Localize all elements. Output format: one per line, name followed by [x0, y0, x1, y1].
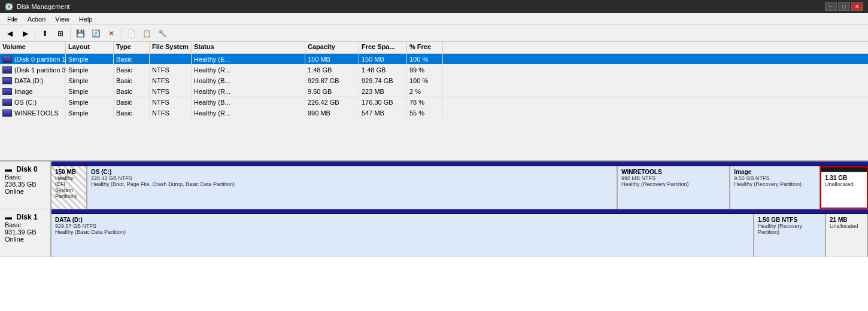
- unalloc-header: [821, 167, 867, 172]
- disk1-type: Basic: [5, 221, 45, 228]
- toolbar: ◀ ▶ ⬆ ⊞ 💾 🔄 ✕ 📄 📋 🔧: [0, 25, 868, 42]
- col-header-pct: % Free: [407, 42, 443, 53]
- toolbar-sep-3: [121, 28, 122, 39]
- disk0-part-image[interactable]: Image 9.50 GB NTFS Healthy (Recovery Par…: [730, 166, 820, 209]
- save-button[interactable]: 💾: [73, 27, 87, 40]
- disk0-partitions-row: 150 MB Healthy (EFI System Partition) OS…: [51, 166, 868, 209]
- cell-layout: Simple: [66, 54, 114, 64]
- back-button[interactable]: ◀: [2, 27, 17, 40]
- toolbar-sep-2: [70, 28, 71, 39]
- disk0-bar-header: [51, 161, 868, 166]
- disk1-partitions-row: DATA (D:) 929.87 GB NTFS Healthy (Basic …: [51, 214, 868, 257]
- table-row[interactable]: (Disk 1 partition 3) Simple Basic NTFS H…: [0, 65, 868, 75]
- help-button[interactable]: 📄: [124, 27, 138, 40]
- title-bar: 💽 Disk Management ─ □ ✕: [0, 0, 868, 13]
- disk0-row: ▬ Disk 0 Basic 238.35 GB Online 150 MB H…: [0, 161, 868, 209]
- maximize-button[interactable]: □: [838, 2, 850, 11]
- disk0-title: ▬ Disk 0: [5, 165, 45, 173]
- refresh-button[interactable]: 🔄: [89, 27, 103, 40]
- volume-icon: [2, 109, 12, 117]
- delete-button[interactable]: ✕: [104, 27, 119, 40]
- disk0-label: ▬ Disk 0 Basic 238.35 GB Online: [0, 161, 51, 209]
- disk0-part-winretools[interactable]: WINRETOOLS 990 MB NTFS Healthy (Recovery…: [618, 166, 730, 209]
- close-button[interactable]: ✕: [851, 2, 863, 11]
- forward-button[interactable]: ▶: [18, 27, 32, 40]
- minimize-button[interactable]: ─: [825, 2, 837, 11]
- col-header-capacity: Capacity: [305, 42, 359, 53]
- title-text: Disk Management: [17, 3, 70, 10]
- cell-volume: DATA (D:): [0, 75, 66, 86]
- table-header: Volume Layout Type File System Status Ca…: [0, 42, 868, 54]
- menu-action[interactable]: Action: [23, 14, 51, 24]
- disk1-bar-header: [51, 209, 868, 214]
- menu-view[interactable]: View: [50, 14, 74, 24]
- cell-volume: OS (C:): [0, 97, 66, 107]
- disk1-title: ▬ Disk 1: [5, 213, 45, 221]
- disk1-size: 931.39 GB: [5, 228, 45, 236]
- col-header-layout: Layout: [66, 42, 114, 53]
- cell-volume: (Disk 1 partition 3): [0, 65, 66, 75]
- disk1-label: ▬ Disk 1 Basic 931.39 GB Online: [0, 209, 51, 257]
- cell-volume: Image: [0, 86, 66, 96]
- col-header-free: Free Spa...: [359, 42, 407, 53]
- disk0-size: 238.35 GB: [5, 181, 45, 188]
- cell-pct: 100 %: [407, 54, 443, 64]
- volume-table: Volume Layout Type File System Status Ca…: [0, 42, 868, 161]
- disk0-part-unallocated[interactable]: 1.31 GB Unallocated: [820, 166, 868, 209]
- volume-icon: [2, 77, 12, 84]
- col-header-fs: File System: [150, 42, 192, 53]
- table-row[interactable]: Image Simple Basic NTFS Healthy (R... 9.…: [0, 86, 868, 97]
- disk0-partitions: 150 MB Healthy (EFI System Partition) OS…: [51, 161, 868, 209]
- disk0-part-efi[interactable]: 150 MB Healthy (EFI System Partition): [51, 166, 87, 209]
- disk1-part-data[interactable]: DATA (D:) 929.87 GB NTFS Healthy (Basic …: [51, 214, 754, 257]
- disk1-status: Online: [5, 236, 45, 243]
- disk0-status: Online: [5, 188, 45, 195]
- toolbar-sep-1: [35, 28, 35, 39]
- disk1-row: ▬ Disk 1 Basic 931.39 GB Online DATA (D:…: [0, 209, 868, 257]
- volume-icon: [2, 56, 12, 63]
- disk-section: ▬ Disk 0 Basic 238.35 GB Online 150 MB H…: [0, 161, 868, 311]
- cell-fs: [150, 54, 192, 64]
- disk1-partitions: DATA (D:) 929.87 GB NTFS Healthy (Basic …: [51, 209, 868, 257]
- cell-volume: (Disk 0 partition 1): [0, 54, 66, 64]
- cell-type: Basic: [114, 54, 150, 64]
- disk1-part-unallocated[interactable]: 21 MB Unallocated: [826, 214, 868, 257]
- show-hide-button[interactable]: ⊞: [53, 27, 68, 40]
- disk0-part-os[interactable]: OS (C:) 226.42 GB NTFS Healthy (Boot, Pa…: [87, 166, 618, 209]
- col-header-status: Status: [192, 42, 305, 53]
- title-bar-controls: ─ □ ✕: [825, 2, 863, 11]
- volume-icon: [2, 88, 12, 95]
- volume-icon: [2, 66, 12, 74]
- copy-button[interactable]: 📋: [139, 27, 154, 40]
- cell-capacity: 150 MB: [305, 54, 359, 64]
- col-header-volume: Volume: [0, 42, 66, 53]
- table-row[interactable]: (Disk 0 partition 1) Simple Basic Health…: [0, 54, 868, 65]
- disk0-type: Basic: [5, 173, 45, 181]
- disk1-part-recovery[interactable]: 1.50 GB NTFS Healthy (Recovery Partition…: [754, 214, 826, 257]
- cell-free: 150 MB: [359, 54, 407, 64]
- menu-bar: File Action View Help: [0, 13, 868, 25]
- menu-help[interactable]: Help: [74, 14, 98, 24]
- menu-file[interactable]: File: [2, 14, 23, 24]
- settings-button[interactable]: 🔧: [155, 27, 169, 40]
- table-row[interactable]: DATA (D:) Simple Basic NTFS Healthy (B..…: [0, 75, 868, 86]
- volume-icon: [2, 99, 12, 106]
- cell-status: Healthy (E...: [192, 54, 305, 64]
- main-content: Volume Layout Type File System Status Ca…: [0, 42, 868, 311]
- table-row[interactable]: OS (C:) Simple Basic NTFS Healthy (B... …: [0, 97, 868, 108]
- col-header-type: Type: [114, 42, 150, 53]
- cell-volume: WINRETOOLS: [0, 108, 66, 118]
- app-icon: 💽: [5, 3, 13, 11]
- table-row[interactable]: WINRETOOLS Simple Basic NTFS Healthy (R.…: [0, 108, 868, 118]
- up-button[interactable]: ⬆: [38, 27, 52, 40]
